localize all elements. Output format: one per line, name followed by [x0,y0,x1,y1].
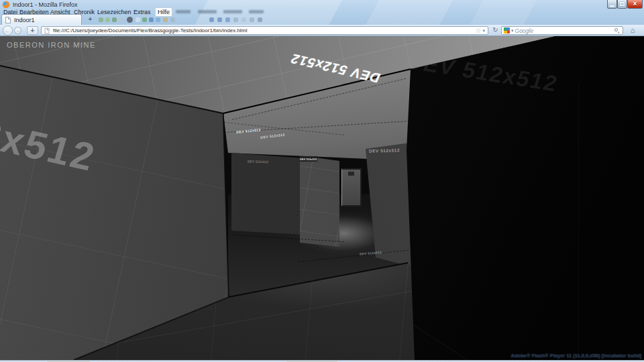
ghost-icon [163,17,168,22]
ghost-icon [233,17,238,22]
ghost-icon [127,17,133,23]
location-bar[interactable]: ☆ ▾ [41,26,488,35]
ghost-icon [170,17,175,22]
search-engine-dropdown-icon[interactable]: ▾ [511,28,514,34]
wall-seam [578,83,579,351]
ghost-icon [112,17,117,22]
google-engine-icon[interactable] [504,27,510,34]
move-button[interactable]: + [27,26,38,35]
home-button[interactable]: ⌂ [627,25,639,36]
ghost-icon [99,17,103,22]
site-favicon [45,27,50,34]
flash-player-watermark: Adobe® Flash® Player 11 (11,0,0,d58) [In… [511,353,641,359]
ghost-icon [142,17,147,22]
ghost-icon [156,17,160,22]
url-dropdown-icon[interactable]: ▾ [482,28,485,34]
ghost-icon [258,17,262,22]
forward-button[interactable]: → [14,27,21,34]
ghost-icon [225,17,230,22]
inner-left-wall-texture-label: DEV 512x512 [248,160,268,164]
bookmark-star-icon[interactable]: ☆ [476,27,482,34]
reload-button[interactable]: ↻ [490,26,500,35]
navigation-toolbar: ← → + ☆ ▾ ↻ ▾ ⌂ [0,25,644,36]
ghost-icon [136,17,140,22]
ghost-icon [217,17,222,22]
tab-indoor1[interactable]: Indoor1 [1,14,82,25]
search-input[interactable] [515,27,614,34]
tab-label: Indoor1 [14,17,35,23]
search-box[interactable]: ▾ [501,26,623,35]
flash-3d-viewport[interactable]: 512x512 DEV 512x512 DEV 512x512 DEV 512x… [0,36,644,360]
search-icon[interactable] [614,28,619,33]
pillar-texture-label-strip: DEV 512x512 [300,156,317,162]
ghost-icon [119,17,124,22]
ghost-icon [209,17,214,22]
firefox-window: Indoor1 - Mozilla Firefox × Datei Bearbe… [0,0,644,362]
scene-title-text: OBERON IRON MINE [7,41,96,49]
new-tab-button[interactable]: + [85,15,96,23]
scene-far-door [341,168,362,206]
pillar-texture-label: DEV 512x512 [300,158,317,161]
door-panel [348,172,354,176]
wall-seam [413,324,509,360]
ghost-icon [105,17,110,22]
minimize-icon [610,5,614,7]
maximize-icon [620,2,625,6]
ghost-icon [250,17,254,22]
tab-bar: Indoor1 + [0,13,644,25]
ghost-icon [149,17,154,22]
ghost-icon [241,17,246,22]
tab-favicon [5,17,11,23]
url-input[interactable] [53,27,476,34]
back-button[interactable]: ← [3,25,13,36]
